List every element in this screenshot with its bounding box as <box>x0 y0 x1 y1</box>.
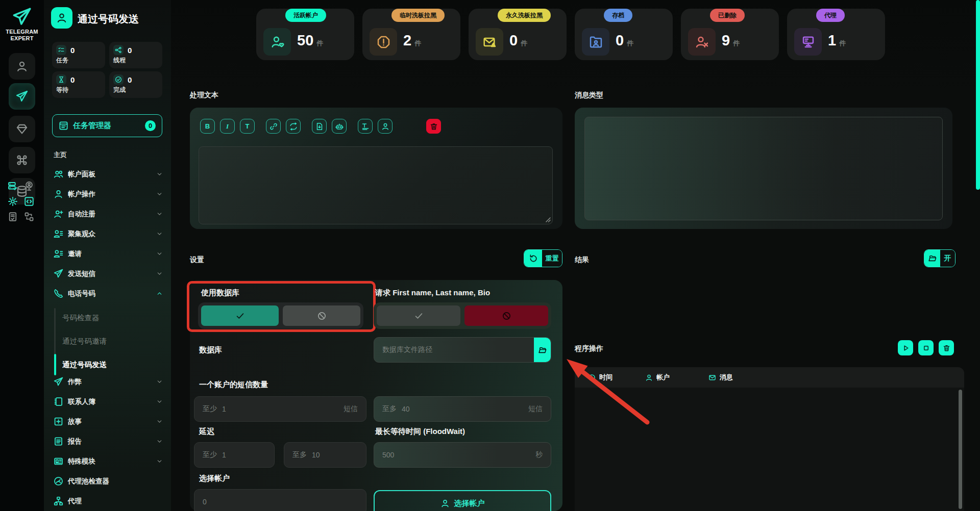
check-circle-icon <box>113 74 124 85</box>
person-icon <box>16 60 28 72</box>
sidebar-item-phone-number[interactable]: 电话号码 <box>44 284 171 303</box>
floodwait-input[interactable]: 500 秒 <box>374 442 551 468</box>
start-button[interactable] <box>898 340 913 355</box>
delay-max-input[interactable]: 至多 10 <box>284 442 366 468</box>
clock-icon <box>588 374 596 381</box>
folder-open-icon <box>924 250 940 267</box>
message-type-area[interactable] <box>584 117 943 220</box>
person-icon <box>645 374 653 381</box>
operations-table-header: 时间 帐户 消息 <box>575 367 964 388</box>
table-scrollbar[interactable] <box>959 390 962 509</box>
browse-db-button[interactable] <box>534 338 551 362</box>
phone-icon <box>54 289 63 298</box>
slash-icon <box>317 311 327 321</box>
sidebar-item-contact-book[interactable]: 联系人簿 <box>44 392 171 412</box>
chevron-down-icon <box>156 231 163 237</box>
open-results-button[interactable]: 开 <box>924 249 955 267</box>
db-path-input[interactable]: 数据库文件路径 <box>374 337 551 363</box>
page-title: 通过号码发送 <box>78 12 139 26</box>
bold-button[interactable]: B <box>200 119 215 134</box>
rail-console-button[interactable] <box>23 196 35 207</box>
chevron-down-icon <box>156 458 163 465</box>
sidebar-item-proxy-pool-checker[interactable]: 代理池检查器 <box>44 471 171 491</box>
card-archived: 存档 0件 <box>575 9 673 60</box>
logo-text: TELEGRAMEXPERT <box>0 29 44 42</box>
rail-person-cam-button[interactable] <box>23 181 35 192</box>
share-icon <box>113 45 124 55</box>
send-icon <box>16 90 28 103</box>
link-button[interactable] <box>266 119 281 134</box>
rail-command-button[interactable] <box>9 147 35 173</box>
sidebar-item-auto-register[interactable]: 自动注册 <box>44 204 171 224</box>
check-icon <box>235 311 245 321</box>
clear-log-button[interactable] <box>939 340 954 355</box>
bot-button[interactable] <box>332 119 347 134</box>
rail-settings-button[interactable] <box>7 196 18 207</box>
person-icon <box>440 499 450 508</box>
clear-text-button[interactable] <box>426 119 441 134</box>
server-check-icon <box>8 181 18 191</box>
sms-max-input[interactable]: 至多 40 短信 <box>374 396 551 422</box>
phone-submenu: 号码检查器 通过号码邀请 通过号码发送 <box>44 306 171 376</box>
use-db-no-button[interactable] <box>283 305 360 326</box>
message-text-input[interactable] <box>199 146 553 224</box>
repeat-button[interactable] <box>286 119 301 134</box>
page-scrollbar[interactable] <box>976 0 980 190</box>
task-window-icon <box>59 121 68 131</box>
rail-doc-check-button[interactable] <box>7 211 18 222</box>
select-account-button[interactable]: 选择帐户 <box>374 490 551 511</box>
chevron-up-icon <box>156 290 163 297</box>
sidebar-item-account-ops[interactable]: 帐户操作 <box>44 184 171 204</box>
delay-min-input[interactable]: 至少 1 <box>194 442 275 468</box>
card-active-accounts: 活跃帐户 50件 <box>256 9 354 60</box>
sidebar-item-proxy[interactable]: 代理 <box>44 491 171 511</box>
sidebar-item-account-panel[interactable]: 帐户面板 <box>44 164 171 184</box>
request-no-button[interactable] <box>464 305 548 326</box>
newspaper-icon <box>54 456 63 466</box>
reset-button[interactable]: 重置 <box>524 249 562 267</box>
sidebar-item-report[interactable]: 报告 <box>44 431 171 451</box>
trash-icon <box>943 344 950 352</box>
file-insert-button[interactable] <box>312 119 327 134</box>
app-window: TELEGRAMEXPERT 通过号码发送 0 任务 0 线程 0 等待 0 <box>0 0 980 511</box>
card-proxy: 代理 1件 <box>787 9 885 60</box>
sidebar: 通过号码发送 0 任务 0 线程 0 等待 0 完成 任务管理器 0 主页 帐户… <box>44 0 171 511</box>
card-temp-blacklist: 临时洗板拉黑 2件 <box>362 9 460 60</box>
task-manager-button[interactable]: 任务管理器 0 <box>52 114 162 137</box>
text-button[interactable]: T <box>240 119 255 134</box>
message-type-panel <box>575 108 952 229</box>
sidebar-item-story[interactable]: 故事 <box>44 412 171 431</box>
submenu-number-checker[interactable]: 号码检查器 <box>44 306 171 329</box>
code-window-icon <box>24 196 34 207</box>
rail-server-check-button[interactable] <box>7 181 18 192</box>
sidebar-item-invite[interactable]: 邀请 <box>44 244 171 264</box>
rail-accounts-button[interactable] <box>9 53 35 80</box>
submenu-invite-by-number[interactable]: 通过号码邀请 <box>44 329 171 353</box>
italic-button[interactable]: I <box>220 119 235 134</box>
request-yes-button[interactable] <box>377 305 460 326</box>
rail-premium-button[interactable] <box>9 116 35 142</box>
stop-button[interactable] <box>918 340 934 355</box>
rail-swap-button[interactable] <box>23 211 35 222</box>
trash-icon <box>430 122 438 131</box>
check-icon <box>414 311 424 321</box>
use-db-yes-button[interactable] <box>201 305 279 326</box>
sms-min-input[interactable]: 至少 1 短信 <box>194 396 366 422</box>
chevron-down-icon <box>156 398 163 405</box>
chevron-down-icon <box>156 171 163 177</box>
reset-icon <box>524 250 542 267</box>
resize-grip-icon[interactable] <box>545 216 551 222</box>
sidebar-item-special-modules[interactable]: 特殊模块 <box>44 451 171 471</box>
folder-open-icon <box>538 346 547 354</box>
sidebar-item-send-sms[interactable]: 发送短信 <box>44 264 171 284</box>
send-icon <box>54 269 63 278</box>
paragraph-button[interactable] <box>358 119 373 134</box>
sidebar-item-gather-audience[interactable]: 聚集观众 <box>44 224 171 244</box>
chevron-down-icon <box>156 270 163 277</box>
process-text-title: 处理文本 <box>190 91 218 100</box>
rail-send-button[interactable] <box>9 83 35 110</box>
sms-count-label: 一个账户的短信数量 <box>199 380 268 390</box>
account-count-input[interactable]: 0 <box>194 489 366 511</box>
mention-button[interactable] <box>378 119 393 134</box>
sidebar-item-cheat[interactable]: 作弊 <box>44 372 171 392</box>
